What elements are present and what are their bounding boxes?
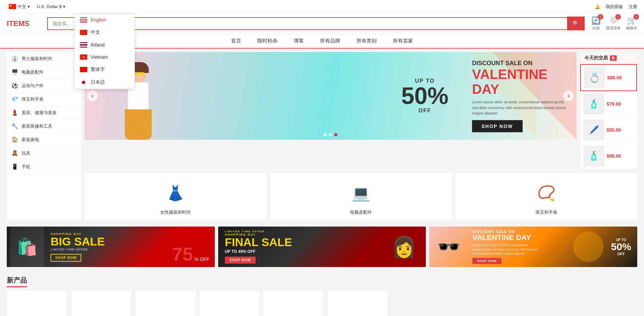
deal-img-3: 🖊️: [584, 120, 604, 140]
womens-fashion-thumb: 👗: [162, 180, 189, 207]
currency-label: U.S. Dollar $: [37, 4, 62, 9]
nav-categories[interactable]: 所有类别: [355, 38, 378, 44]
sidebar-item-home-tools[interactable]: 🔧 家居装修和工具: [7, 120, 81, 133]
sidebar-item-toys[interactable]: 🧸 玩具: [7, 147, 81, 160]
pen-icon: 🖊️: [588, 125, 599, 135]
lang-option-traditional-chinese[interactable]: 繁体字: [75, 63, 135, 76]
hero-banner: UP TO 50% OFF DISCOUNT SALE ON VALENTINE…: [84, 52, 577, 140]
hero-dot-2[interactable]: [329, 133, 332, 136]
cn-flag-icon: [80, 30, 87, 35]
promo3-shop-btn[interactable]: SHOP NOW: [472, 258, 501, 264]
product-card-3[interactable]: 💍: [135, 290, 196, 316]
tools-icon: 🔧: [11, 123, 18, 129]
woman-skirt: [125, 109, 152, 140]
nav-brands[interactable]: 所有品牌: [319, 38, 342, 44]
hero-percentage: UP TO 50% OFF: [401, 78, 448, 114]
tw-flag-icon: [80, 67, 87, 72]
promo-banner-final-sale[interactable]: LIMITED TIME OFFER SHOPPING DAY FINAL SA…: [218, 227, 426, 267]
hero-next-button[interactable]: ›: [563, 90, 574, 101]
lang-option-chinese[interactable]: 中文: [75, 26, 135, 39]
bell-icon: 🔔: [595, 4, 600, 9]
hero-dots: [323, 133, 338, 136]
sidebar-item-electronics[interactable]: 🖥️ 电脑及配件: [7, 65, 81, 79]
sidebar: 👔 男士服装和时尚 🖥️ 电脑及配件 ⚽ 运动与户外 💎 珠宝和手表 💄 美容、…: [7, 52, 81, 220]
woman3-icon: 🕶️: [437, 236, 461, 258]
nav-blog[interactable]: 博客: [292, 38, 305, 44]
deal-item-4[interactable]: 🧴 $88.00: [580, 143, 637, 169]
dashboard-link[interactable]: 我的面板: [606, 4, 623, 10]
appliance-icon: 🏠: [11, 136, 18, 143]
lang-chevron-icon: ▾: [28, 4, 30, 9]
sidebar-label-mens-fashion: 男士服装和时尚: [22, 56, 52, 62]
lang-option-english[interactable]: English: [75, 14, 135, 26]
lang-option-thiland[interactable]: thiland: [75, 39, 135, 51]
mens-fashion-icon: 👔: [11, 55, 18, 62]
hero-body: Lorem ipsum dolor sit amet, consectetuer…: [472, 99, 566, 116]
lang-option-english-label: English: [91, 17, 106, 23]
product-card-4[interactable]: 💻: [199, 290, 260, 316]
sidebar-item-phones[interactable]: 📱 手机: [7, 160, 81, 174]
hero-dot-1[interactable]: [323, 133, 327, 136]
deal-item-3[interactable]: 🖊️ $55.00: [580, 117, 637, 143]
sidebar-item-sports[interactable]: ⚽ 运动与户外: [7, 79, 81, 93]
cart-label: 购物车: [626, 26, 637, 31]
cat-womens-fashion[interactable]: 👗 女性服装和时尚: [84, 173, 266, 220]
lang-option-thiland-label: thiland: [91, 42, 105, 48]
register-link[interactable]: 注册: [628, 4, 637, 10]
deal-item-1[interactable]: 💍 $88.00: [580, 64, 637, 91]
language-label: 中文: [18, 4, 26, 10]
nav-sellers[interactable]: 所有卖家: [391, 38, 414, 44]
wishlist-icon: 🤍 0: [609, 16, 618, 25]
cat-jewelry[interactable]: 📿 珠宝和手表: [455, 173, 637, 220]
electronics-thumb: 💻: [347, 180, 374, 207]
content-area: UP TO 50% OFF DISCOUNT SALE ON VALENTINE…: [84, 52, 637, 220]
lang-option-japanese[interactable]: 日本語: [75, 76, 135, 89]
phones-icon: 📱: [11, 163, 18, 170]
hero-dot-3[interactable]: [334, 133, 338, 136]
hot-badge: 热: [610, 55, 617, 61]
deal-item-2[interactable]: 🧴 $79.00: [580, 91, 637, 117]
jewelry-icon: 💎: [11, 96, 18, 102]
promo2-shop-area: SHOP NOW: [225, 257, 376, 264]
cat-electronics[interactable]: 💻 电脑及配件: [270, 173, 452, 220]
promo3-body: Lorem ipsum dolor sit amet, consectetuer…: [472, 243, 540, 256]
sidebar-item-home-appliance[interactable]: 🏠 家装家电: [7, 133, 81, 147]
sports-icon: ⚽: [11, 82, 18, 89]
wishlist-action[interactable]: 🤍 0 愿望清单: [606, 16, 621, 31]
language-selector[interactable]: 中文 ▾: [7, 2, 32, 11]
deals-title: 今天的交易: [584, 55, 608, 61]
sidebar-item-mens-fashion[interactable]: 👔 男士服装和时尚: [7, 52, 81, 65]
promo2-shop-btn[interactable]: SHOP NOW: [225, 257, 256, 264]
sidebar-item-jewelry[interactable]: 💎 珠宝和手表: [7, 93, 81, 106]
promo1-shop-btn[interactable]: SHOP NOW: [51, 254, 81, 262]
hero-discount-text: DISCOUNT SALE ON: [472, 60, 566, 67]
ring-icon: 💍: [589, 72, 601, 83]
promo-row: 🛍️ SHOPPING DAY BIG SALE LIMITED TIME OF…: [7, 227, 637, 267]
notification-bell[interactable]: 🔔: [595, 4, 600, 9]
product-card-1[interactable]: 🧴: [7, 290, 67, 316]
sidebar-label-sports: 运动与户外: [22, 83, 43, 89]
product-card-6[interactable]: 📱: [327, 290, 388, 316]
sidebar-item-beauty[interactable]: 💄 美容、健康与美发: [7, 106, 81, 120]
cart-action[interactable]: 🛒 0 购物车: [626, 16, 637, 31]
promo2-content: LIMITED TIME OFFER SHOPPING DAY FINAL SA…: [218, 227, 382, 267]
search-button[interactable]: 🔍: [567, 17, 585, 30]
compare-action[interactable]: 🔄 0 比较: [591, 16, 601, 31]
hero-shop-now-button[interactable]: SHOP NOW: [472, 120, 523, 132]
nav-home[interactable]: 首页: [230, 38, 242, 44]
promo-banner-valentine[interactable]: 🕶️ DISCOUNT SALE ON VALENTINE DAY Lorem …: [429, 227, 637, 267]
lang-option-vietnam[interactable]: ★ Vietnam: [75, 51, 135, 63]
hero-prev-button[interactable]: ‹: [87, 90, 98, 101]
lang-option-japanese-label: 日本語: [91, 79, 105, 85]
beauty-icon: 💄: [11, 109, 18, 116]
product-card-5[interactable]: 🎒: [263, 290, 324, 316]
promo-banner-big-sale[interactable]: 🛍️ SHOPPING DAY BIG SALE LIMITED TIME OF…: [7, 227, 215, 267]
deals-header: 今天的交易 热: [580, 52, 637, 64]
hero-text-area: DISCOUNT SALE ON VALENTINE DAY Lorem ips…: [472, 60, 566, 132]
deal-img-2: 🧴: [584, 94, 604, 114]
currency-selector[interactable]: U.S. Dollar $ ▾: [35, 3, 67, 10]
sidebar-label-home-appliance: 家装家电: [22, 137, 39, 143]
nav-flash-sale[interactable]: 限时秒杀: [256, 38, 279, 44]
top-bar-left: 中文 ▾ U.S. Dollar $ ▾: [7, 2, 67, 11]
product-card-2[interactable]: 👗: [71, 290, 131, 316]
